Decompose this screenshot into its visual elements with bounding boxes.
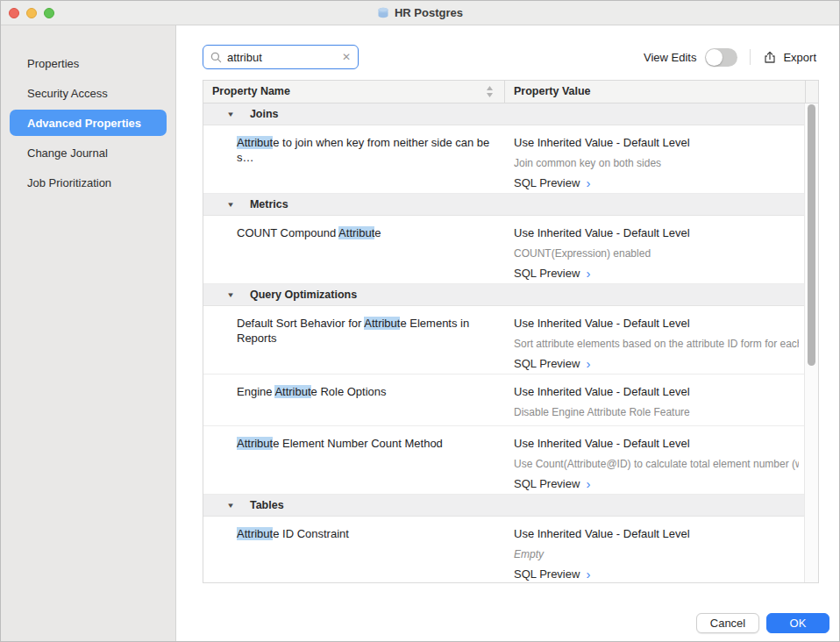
section-label: Tables <box>250 499 284 511</box>
section-header-tables[interactable]: ▼ Tables <box>203 495 804 517</box>
scrollbar-thumb[interactable] <box>808 104 815 366</box>
section-header-metrics[interactable]: ▼ Metrics <box>203 194 804 216</box>
table-row[interactable]: Engine Attribute Role Options Use Inheri… <box>203 374 804 426</box>
sidebar-item-advanced-properties[interactable]: Advanced Properties <box>10 110 167 136</box>
sidebar-item-job-prioritization[interactable]: Job Prioritization <box>1 168 175 197</box>
value-description: Disable Engine Attribute Role Feature <box>514 406 799 418</box>
name-post: e <box>374 226 381 239</box>
table-body: ▼ Joins Attribute to join when key from … <box>203 103 818 582</box>
close-window-button[interactable] <box>9 8 19 18</box>
scrollbar-track[interactable] <box>804 103 818 582</box>
table-row[interactable]: Attribute to join when key from neither … <box>203 125 804 194</box>
sql-preview-link[interactable]: SQL Preview› <box>514 267 799 280</box>
value-description: Empty <box>514 548 799 560</box>
view-edits-label: View Edits <box>644 51 696 64</box>
table-rows: ▼ Joins Attribute to join when key from … <box>203 103 804 582</box>
sql-preview-label: SQL Preview <box>514 176 580 189</box>
property-name: COUNT Compound Attribute <box>237 225 504 240</box>
zoom-window-button[interactable] <box>44 8 54 18</box>
name-post: e ID Constraint <box>273 527 349 540</box>
property-name: Attribute ID Constraint <box>237 526 504 541</box>
value-description: Sort attribute elements based on the att… <box>514 338 799 350</box>
database-icon <box>377 7 389 19</box>
sql-preview-link[interactable]: SQL Preview› <box>514 477 799 490</box>
search-match-highlight: Attribut <box>237 527 273 540</box>
search-match-highlight: Attribut <box>338 226 374 239</box>
chevron-right-icon: › <box>586 478 590 489</box>
export-button[interactable]: Export <box>763 50 816 65</box>
view-edits-toggle[interactable] <box>705 48 737 67</box>
search-box[interactable]: ✕ <box>203 45 359 69</box>
clear-search-icon[interactable]: ✕ <box>342 52 351 62</box>
value-main: Use Inherited Value - Default Level <box>514 436 799 451</box>
property-name: Attribute to join when key from neither … <box>237 135 504 165</box>
sql-preview-link[interactable]: SQL Preview› <box>514 357 799 370</box>
sql-preview-label: SQL Preview <box>514 357 580 370</box>
section-label: Joins <box>250 108 279 120</box>
properties-table: Property Name Property Value ▼ Joins Att… <box>203 80 819 583</box>
sql-preview-label: SQL Preview <box>514 267 580 280</box>
disclosure-triangle-icon[interactable]: ▼ <box>226 502 235 510</box>
table-header: Property Name Property Value <box>203 81 818 103</box>
property-name: Default Sort Behavior for Attribute Elem… <box>237 316 504 346</box>
sidebar: Properties Security Access Advanced Prop… <box>1 25 176 642</box>
value-main: Use Inherited Value - Default Level <box>514 135 799 150</box>
property-value: Use Inherited Value - Default Level Disa… <box>514 384 799 418</box>
app-window: HR Postgres Properties Security Access A… <box>0 0 840 642</box>
name-post: e to join when key from neither side can… <box>237 136 489 164</box>
sql-preview-label: SQL Preview <box>514 567 580 581</box>
section-header-joins[interactable]: ▼ Joins <box>203 103 804 125</box>
property-value: Use Inherited Value - Default Level COUN… <box>514 225 799 280</box>
toolbar-right: View Edits Export <box>644 45 816 69</box>
disclosure-triangle-icon[interactable]: ▼ <box>226 201 235 209</box>
sql-preview-label: SQL Preview <box>514 477 580 490</box>
section-label: Metrics <box>250 198 288 210</box>
sql-preview-link[interactable]: SQL Preview› <box>514 176 799 189</box>
table-row[interactable]: Attribute ID Constraint Use Inherited Va… <box>203 517 804 582</box>
property-value: Use Inherited Value - Default Level Use … <box>514 436 799 490</box>
ok-button[interactable]: OK <box>766 613 829 633</box>
sort-icon[interactable] <box>486 85 494 98</box>
chevron-right-icon: › <box>586 268 590 279</box>
cancel-button[interactable]: Cancel <box>696 613 759 633</box>
value-description: COUNT(Expression) enabled <box>514 247 799 260</box>
search-match-highlight: Attribut <box>237 136 273 149</box>
table-row[interactable]: Attribute Element Number Count Method Us… <box>203 426 804 495</box>
section-label: Query Optimizations <box>250 289 357 301</box>
name-post: e Role Options <box>311 385 387 398</box>
toolbar-divider <box>750 49 751 65</box>
column-header-property-value[interactable]: Property Value <box>514 85 591 97</box>
traffic-lights <box>9 8 54 18</box>
export-label: Export <box>783 51 816 64</box>
search-match-highlight: Attribut <box>274 385 310 398</box>
property-name: Attribute Element Number Count Method <box>237 436 504 451</box>
disclosure-triangle-icon[interactable]: ▼ <box>226 111 235 118</box>
property-value: Use Inherited Value - Default Level Empt… <box>514 526 799 581</box>
toggle-knob <box>706 49 723 66</box>
value-main: Use Inherited Value - Default Level <box>514 225 799 240</box>
minimize-window-button[interactable] <box>26 8 37 18</box>
search-match-highlight: Attribut <box>364 317 400 330</box>
value-description: Join common key on both sides <box>514 157 799 169</box>
property-name: Engine Attribute Role Options <box>237 384 504 399</box>
search-input[interactable] <box>227 51 337 64</box>
property-value: Use Inherited Value - Default Level Join… <box>514 135 799 189</box>
disclosure-triangle-icon[interactable]: ▼ <box>226 291 235 299</box>
sidebar-item-security-access[interactable]: Security Access <box>1 78 175 108</box>
value-main: Use Inherited Value - Default Level <box>514 526 799 541</box>
sql-preview-link[interactable]: SQL Preview› <box>514 567 799 581</box>
window-title: HR Postgres <box>395 6 463 19</box>
name-pre: Default Sort Behavior for <box>237 317 364 330</box>
table-row[interactable]: Default Sort Behavior for Attribute Elem… <box>203 306 804 374</box>
sidebar-item-change-journal[interactable]: Change Journal <box>1 138 175 168</box>
table-row[interactable]: COUNT Compound Attribute Use Inherited V… <box>203 216 804 284</box>
value-main: Use Inherited Value - Default Level <box>514 384 799 399</box>
value-description: Use Count(Attribute@ID) to calculate tot… <box>514 458 799 470</box>
search-match-highlight: Attribut <box>237 437 273 450</box>
column-header-property-name[interactable]: Property Name <box>212 85 290 97</box>
scrollbar-column-divider <box>805 81 806 103</box>
column-divider <box>504 81 505 103</box>
section-header-query-optimizations[interactable]: ▼ Query Optimizations <box>203 284 804 306</box>
chevron-right-icon: › <box>586 358 590 369</box>
sidebar-item-properties[interactable]: Properties <box>1 48 175 78</box>
